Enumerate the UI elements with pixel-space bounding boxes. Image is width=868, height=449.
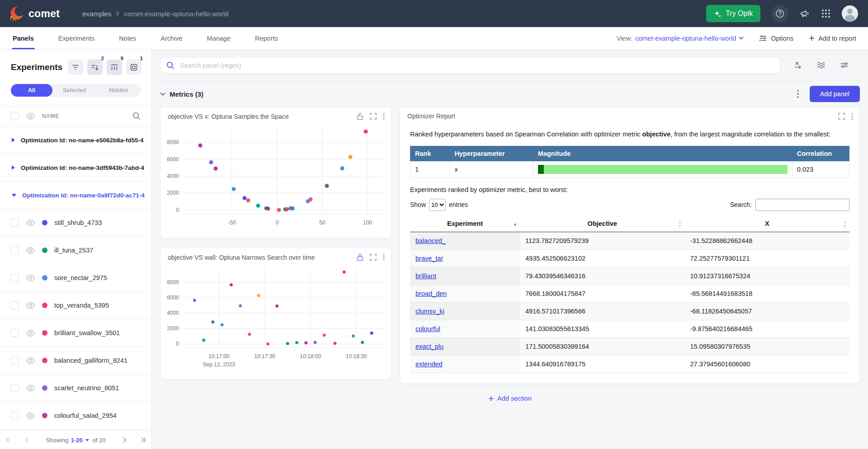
collapse-triangle-icon[interactable]: [12, 194, 16, 197]
help-button[interactable]: [771, 5, 788, 22]
segment-hidden[interactable]: Hidden: [97, 84, 141, 97]
experiment-checkbox[interactable]: [11, 219, 19, 227]
experiment-row[interactable]: ill_tuna_2537: [0, 237, 151, 264]
optimizer-report-panel[interactable]: Optimizer Report Ranked hyperparameters …: [400, 107, 860, 384]
x-column-header[interactable]: X▲▼: [685, 216, 850, 232]
experiment-row[interactable]: colourful_salad_2954: [0, 402, 151, 430]
user-avatar[interactable]: [842, 5, 858, 22]
announcements-button[interactable]: [799, 8, 810, 19]
next-page-button[interactable]: [121, 437, 128, 443]
kebab-icon[interactable]: [383, 254, 385, 261]
visibility-eye-icon[interactable]: [26, 275, 35, 281]
visibility-eye-icon[interactable]: [26, 412, 35, 419]
lock-icon[interactable]: [357, 253, 363, 261]
experiment-column-header[interactable]: Experiment▲: [410, 216, 520, 232]
experiment-link[interactable]: colourful: [415, 325, 440, 332]
group-button[interactable]: 1: [126, 60, 142, 75]
display-settings-button[interactable]: [840, 61, 849, 69]
experiment-checkbox[interactable]: [11, 274, 19, 282]
options-button[interactable]: Options: [759, 35, 793, 42]
table-search-input[interactable]: [755, 199, 849, 211]
tab-reports[interactable]: Reports: [254, 27, 279, 49]
add-panel-button[interactable]: Add panel: [810, 86, 860, 102]
fullscreen-icon[interactable]: [370, 254, 377, 261]
unlock-icon[interactable]: [357, 112, 363, 120]
experiment-row[interactable]: scarlet_neutrino_8051: [0, 374, 151, 402]
chart-panel-objective-vs-wall[interactable]: objective VS wall: Optuna Narrows Search…: [160, 248, 392, 379]
optimization-group-row[interactable]: Optimization Id: no-name-e5062b8a-fd55-4: [0, 126, 151, 154]
columns-button[interactable]: 9: [107, 60, 122, 75]
experiment-row[interactable]: top_veranda_5395: [0, 292, 151, 319]
expand-triangle-icon[interactable]: [12, 165, 15, 170]
panel-search-input[interactable]: [179, 61, 774, 70]
tab-experiments[interactable]: Experiments: [57, 27, 96, 49]
experiment-link[interactable]: balanced_: [415, 237, 446, 244]
experiment-link[interactable]: exact_plu: [415, 343, 443, 350]
view-selector[interactable]: View: comet-example-optuna-hello-world: [617, 35, 744, 42]
filter-button[interactable]: [68, 60, 83, 75]
experiment-checkbox[interactable]: [11, 329, 19, 337]
fullscreen-icon[interactable]: [838, 113, 845, 120]
experiment-link[interactable]: broad_den: [415, 290, 447, 297]
experiment-checkbox[interactable]: [11, 301, 19, 309]
first-page-button[interactable]: [4, 437, 14, 443]
breadcrumb-workspace[interactable]: examples: [82, 10, 111, 18]
experiment-link[interactable]: clumsy_ki: [415, 308, 444, 315]
experiment-link[interactable]: extended: [415, 360, 443, 368]
sort-button[interactable]: 2: [87, 60, 103, 75]
kebab-icon[interactable]: [851, 113, 853, 120]
experiment-row[interactable]: sore_nectar_2975: [0, 264, 151, 292]
page-size-caret-icon[interactable]: [85, 439, 89, 441]
name-column-header[interactable]: NAME: [42, 113, 59, 119]
experiment-row[interactable]: balanced_galliform_8241: [0, 347, 151, 374]
experiment-link[interactable]: brilliant: [415, 272, 436, 280]
try-opik-button[interactable]: Try Opik: [706, 5, 760, 22]
tab-manage[interactable]: Manage: [206, 27, 231, 49]
visibility-eye-icon[interactable]: [26, 113, 35, 120]
section-menu-button[interactable]: [797, 90, 799, 98]
x-value: 10.91237316675324: [685, 267, 850, 285]
hyperparameter-header: Hyperparameter: [450, 146, 533, 161]
page-range[interactable]: 1-20: [71, 437, 82, 444]
prev-page-button[interactable]: [23, 437, 31, 443]
fullscreen-icon[interactable]: [370, 113, 377, 120]
experiment-checkbox[interactable]: [11, 356, 19, 365]
visibility-eye-icon[interactable]: [26, 247, 35, 254]
metrics-section-toggle[interactable]: Metrics (3): [160, 90, 203, 98]
smoothing-button[interactable]: [816, 61, 826, 69]
visibility-eye-icon[interactable]: [26, 357, 35, 364]
last-page-button[interactable]: [137, 437, 147, 443]
apps-grid-button[interactable]: [821, 9, 831, 19]
optimization-group-row[interactable]: Optimization Id: no-name-3df5943b-7abd-4: [0, 154, 151, 182]
visibility-eye-icon[interactable]: [26, 385, 35, 392]
visibility-eye-icon[interactable]: [26, 220, 35, 226]
experiment-checkbox[interactable]: [11, 384, 19, 392]
chart-panel-objective-vs-x[interactable]: objective VS x: Optuna Samples the Space: [160, 107, 392, 239]
report-title: Optimizer Report: [407, 112, 455, 120]
experiment-checkbox[interactable]: [11, 246, 19, 254]
add-to-report-button[interactable]: Add to report: [809, 35, 856, 42]
objective-column-header[interactable]: Objective▲▼: [520, 216, 685, 232]
segment-selected[interactable]: Selected: [52, 84, 97, 97]
experiment-checkbox[interactable]: [11, 412, 19, 420]
tab-archive[interactable]: Archive: [160, 27, 183, 49]
breadcrumb-project[interactable]: comet-example-optuna-hello-world: [124, 10, 228, 18]
tab-panels[interactable]: Panels: [12, 27, 35, 49]
visibility-eye-icon[interactable]: [26, 330, 35, 337]
x-axis-settings-button[interactable]: [794, 61, 802, 69]
optimization-group-row[interactable]: Optimization Id: no-name-0a9f72d0-ac71-4: [0, 182, 151, 209]
segment-all[interactable]: All: [11, 84, 52, 97]
search-experiments-icon[interactable]: [132, 112, 141, 120]
experiment-row[interactable]: still_shrub_4733: [0, 209, 151, 237]
page-size-select[interactable]: 10: [429, 199, 446, 211]
tab-notes[interactable]: Notes: [118, 27, 137, 49]
comet-logo[interactable]: comet: [8, 5, 60, 22]
add-section-button[interactable]: Add section: [160, 395, 860, 402]
experiment-row[interactable]: brilliant_swallow_3501: [0, 319, 151, 347]
visibility-eye-icon[interactable]: [26, 302, 35, 309]
magnitude-header: Magnitude: [533, 146, 792, 161]
expand-triangle-icon[interactable]: [12, 138, 15, 142]
select-all-checkbox[interactable]: [11, 112, 19, 120]
experiment-link[interactable]: brave_tar: [415, 255, 443, 262]
kebab-icon[interactable]: [383, 113, 385, 120]
